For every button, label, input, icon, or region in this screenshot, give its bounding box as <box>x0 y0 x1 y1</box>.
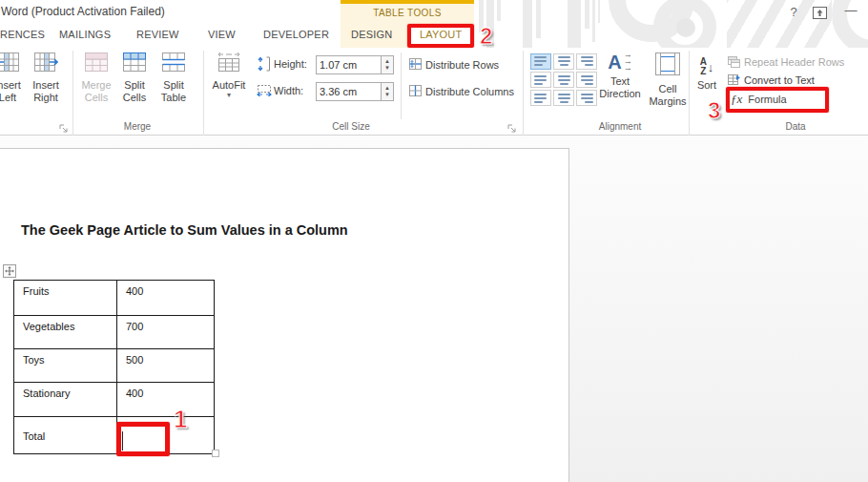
table-cell-category[interactable]: Fruits <box>14 281 117 316</box>
table-cell-category[interactable]: Stationary <box>14 383 117 417</box>
cell-margins-button[interactable]: Cell Margins <box>645 52 691 108</box>
data-table: Fruits 400 Vegetables 700 Toys 500 Stati… <box>13 280 215 454</box>
sort-button[interactable]: AZ ↓ Sort <box>691 52 723 92</box>
formula-button[interactable]: ƒx Formula <box>731 92 787 106</box>
row-height-input[interactable] <box>316 55 382 74</box>
tab-mailings[interactable]: MAILINGS <box>59 29 111 40</box>
table-row-total: Total <box>14 417 215 454</box>
table-resize-handle[interactable] <box>212 450 219 457</box>
height-field-label: Height: <box>274 58 307 70</box>
formula-icon: ƒx <box>731 92 742 106</box>
formula-label: Formula <box>748 94 786 105</box>
table-cell-value[interactable]: 700 <box>117 316 215 349</box>
merge-cells-icon <box>84 59 109 75</box>
column-width-input[interactable] <box>316 82 382 101</box>
ribbon-tab-row: RENCES MAILINGS REVIEW VIEW DEVELOPER DE… <box>0 26 868 48</box>
split-table-icon <box>161 59 186 75</box>
table-cell-value[interactable]: 500 <box>117 349 215 383</box>
spin-down-icon[interactable]: ▼ <box>384 92 390 98</box>
table-tools-gold-bar <box>341 0 474 4</box>
minimize-button[interactable]: — <box>843 3 858 17</box>
align-bottom-right-button[interactable] <box>576 90 597 106</box>
distribute-rows-label: Distribute Rows <box>425 59 499 71</box>
split-table-button[interactable]: Split Table <box>153 52 195 104</box>
align-center-button[interactable] <box>553 72 574 88</box>
repeat-header-rows-button: Repeat Header Rows <box>727 55 844 70</box>
document-canvas: The Geek Page Article to Sum Values in a… <box>0 136 868 482</box>
spin-down-icon[interactable]: ▼ <box>384 65 390 72</box>
insert-right-icon <box>33 59 58 75</box>
word-window: Word (Product Activation Failed) ? — TAB… <box>0 0 868 482</box>
deco-bar <box>598 0 600 23</box>
table-cell-total-value[interactable] <box>117 417 215 454</box>
distribute-rows-button[interactable]: Distribute Rows <box>408 57 499 72</box>
align-bottom-center-button[interactable] <box>553 90 574 106</box>
cell-size-dialog-launcher[interactable] <box>507 121 518 132</box>
table-cell-value[interactable]: 400 <box>117 383 215 417</box>
convert-to-text-label: Convert to Text <box>744 74 815 86</box>
distribute-rows-icon <box>408 57 423 73</box>
insert-right-label: Insert Right <box>25 79 67 104</box>
sort-icon: AZ ↓ <box>700 57 714 76</box>
align-top-left-button[interactable] <box>530 53 551 70</box>
distribute-columns-icon <box>408 84 423 99</box>
window-title: Word (Product Activation Failed) <box>1 5 165 18</box>
spin-up-icon[interactable]: ▲ <box>384 58 390 65</box>
table-tools-header: TABLE TOOLS <box>341 8 474 18</box>
merge-group-label: Merge <box>99 121 176 132</box>
autofit-button[interactable]: AutoFit ▾ <box>208 52 250 99</box>
align-top-right-button[interactable] <box>576 53 597 70</box>
distribute-columns-label: Distribute Columns <box>425 86 514 97</box>
text-direction-icon: A →→→ <box>608 52 631 72</box>
data-group-label: Data <box>757 121 834 132</box>
table-cell-category[interactable]: Toys <box>14 349 117 383</box>
cell-size-group-label: Cell Size <box>305 121 397 132</box>
column-width-spinner[interactable]: ▲▼ <box>382 82 394 101</box>
cell-margins-label: Cell Margins <box>645 83 691 108</box>
distribute-columns-button[interactable]: Distribute Columns <box>408 84 514 98</box>
tab-layout[interactable]: LAYOUT <box>420 29 462 40</box>
align-center-left-button[interactable] <box>530 72 551 88</box>
table-cell-total-label[interactable]: Total <box>14 417 117 454</box>
convert-to-text-button[interactable]: Convert to Text <box>727 73 815 88</box>
autofit-dropdown-arrow: ▾ <box>208 92 250 99</box>
deco-bar <box>497 0 501 21</box>
autofit-icon <box>217 59 241 75</box>
align-bottom-left-button[interactable] <box>530 90 551 106</box>
repeat-header-rows-icon <box>727 55 741 70</box>
spin-up-icon[interactable]: ▲ <box>384 85 390 92</box>
table-cell-category[interactable]: Vegetables <box>14 316 117 349</box>
repeat-header-rows-label: Repeat Header Rows <box>744 56 844 68</box>
document-heading: The Geek Page Article to Sum Values in a… <box>21 222 348 238</box>
help-button[interactable]: ? <box>786 5 801 19</box>
table-row-height-icon <box>257 56 271 75</box>
table-row: Fruits 400 <box>14 281 215 316</box>
table-move-handle[interactable] <box>3 264 16 278</box>
cell-size-inner-separator <box>401 52 402 119</box>
sort-label: Sort <box>691 79 723 92</box>
ribbon-display-options-icon[interactable] <box>813 6 827 23</box>
text-direction-label: Text Direction <box>597 75 643 100</box>
tab-view[interactable]: VIEW <box>208 29 236 40</box>
split-cells-button[interactable]: Split Cells <box>114 52 155 104</box>
align-center-right-button[interactable] <box>576 72 597 88</box>
merge-cells-label: Merge Cells <box>75 79 117 104</box>
split-table-label: Split Table <box>153 79 195 104</box>
convert-to-text-icon <box>727 73 741 88</box>
deco-bar <box>585 0 589 29</box>
row-height-spinner[interactable]: ▲▼ <box>382 55 394 74</box>
table-row: Stationary 400 <box>14 383 215 417</box>
text-direction-letter: A <box>608 52 621 72</box>
tab-developer[interactable]: DEVELOPER <box>263 29 329 40</box>
width-field-label: Width: <box>274 85 303 96</box>
rows-columns-dialog-launcher[interactable] <box>59 121 70 132</box>
table-cell-value[interactable]: 400 <box>117 281 215 316</box>
tab-references[interactable]: RENCES <box>0 29 45 40</box>
table-column-width-icon <box>257 83 272 100</box>
align-top-center-button[interactable] <box>553 53 574 70</box>
insert-right-button[interactable]: Insert Right <box>25 52 67 104</box>
tab-review[interactable]: REVIEW <box>136 29 179 40</box>
cell-margins-icon <box>654 63 681 79</box>
text-direction-button[interactable]: A →→→ Text Direction <box>597 52 643 100</box>
tab-design[interactable]: DESIGN <box>351 29 392 40</box>
